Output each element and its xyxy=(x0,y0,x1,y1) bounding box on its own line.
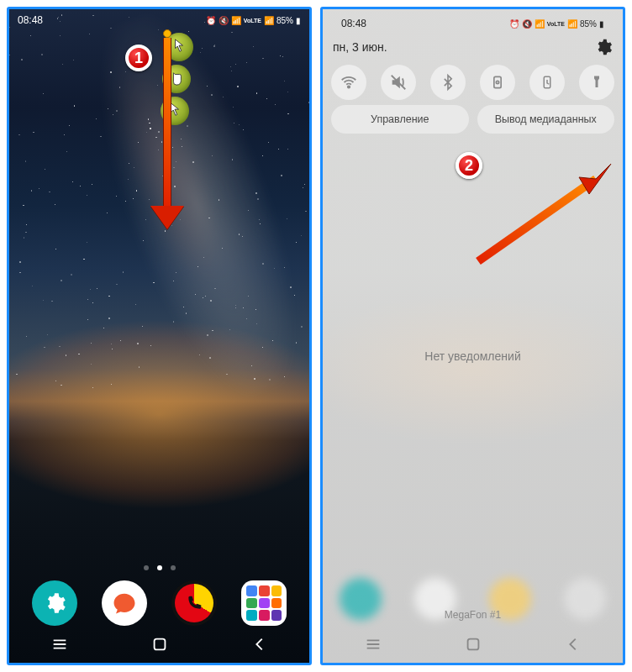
annotation-badge-1: 1 xyxy=(125,45,152,71)
battery-label: 85% xyxy=(276,16,293,25)
status-icons: ⏰ 🔇 📶 VoLTE 📶 85% ▮ xyxy=(509,19,604,29)
svg-rect-2 xyxy=(494,76,501,87)
phone-right-notification-shade: 08:48 ⏰ 🔇 📶 VoLTE 📶 85% ▮ пн, 3 июн. xyxy=(320,7,625,665)
mute-icon: 🔇 xyxy=(522,19,532,29)
no-notifications-label: Нет уведомлений xyxy=(323,349,623,363)
settings-gear-icon[interactable] xyxy=(594,38,613,56)
battery-icon: ▮ xyxy=(296,16,301,25)
qs-wifi[interactable] xyxy=(331,65,366,100)
nav-recent[interactable] xyxy=(50,635,69,657)
signal2-icon: 📶 xyxy=(264,16,274,25)
volte-label: VoLTE xyxy=(547,21,565,27)
status-time: 08:48 xyxy=(341,18,366,29)
panel-row: Управление Вывод медиаданных xyxy=(323,105,623,137)
app-settings[interactable] xyxy=(32,580,77,626)
alarm-icon: ⏰ xyxy=(206,16,216,25)
annotation-arrow-2 xyxy=(470,160,621,270)
panel-media[interactable]: Вывод медиаданных xyxy=(477,105,615,134)
app-phone[interactable] xyxy=(171,580,217,626)
nav-recent[interactable] xyxy=(364,635,382,657)
status-icons: ⏰ 🔇 📶 VoLTE 📶 85% ▮ xyxy=(206,16,301,25)
qs-bluetooth[interactable] xyxy=(430,65,466,100)
battery-icon: ▮ xyxy=(599,19,604,29)
signal2-icon: 📶 xyxy=(567,19,577,29)
nav-home[interactable] xyxy=(464,635,482,657)
svg-point-1 xyxy=(348,86,350,87)
nav-home[interactable] xyxy=(150,635,169,657)
dock xyxy=(9,580,309,626)
quick-settings-row xyxy=(323,61,623,105)
qs-sound[interactable] xyxy=(381,65,416,100)
battery-label: 85% xyxy=(580,19,597,29)
navigation-bar xyxy=(323,629,623,663)
panel-control[interactable]: Управление xyxy=(331,105,469,134)
status-bar: 08:48 ⏰ 🔇 📶 VoLTE 📶 85% ▮ xyxy=(333,13,613,34)
signal-icon: 📶 xyxy=(535,19,545,29)
qs-power-saving[interactable] xyxy=(529,65,565,100)
nav-back[interactable] xyxy=(250,635,269,657)
alarm-icon: ⏰ xyxy=(509,19,519,29)
navigation-bar xyxy=(9,629,309,663)
sim-label: MegaFon #1 xyxy=(323,609,623,621)
svg-rect-0 xyxy=(154,639,165,650)
qs-rotation[interactable] xyxy=(480,65,515,100)
status-bar: 08:48 ⏰ 🔇 📶 VoLTE 📶 85% ▮ xyxy=(9,9,309,31)
qs-flashlight[interactable] xyxy=(579,65,614,100)
signal-icon: 📶 xyxy=(231,16,241,25)
annotation-swipe-down-arrow xyxy=(150,29,184,229)
mute-icon: 🔇 xyxy=(219,16,229,25)
nav-back[interactable] xyxy=(564,635,582,657)
app-drawer[interactable] xyxy=(241,580,287,626)
phone-left-homescreen: 08:48 ⏰ 🔇 📶 VoLTE 📶 85% ▮ 1 xyxy=(7,7,312,665)
annotation-badge-2: 2 xyxy=(456,152,482,179)
date-label: пн, 3 июн. xyxy=(333,40,387,54)
volte-label: VoLTE xyxy=(244,18,261,24)
status-time: 08:48 xyxy=(18,14,43,26)
app-messages[interactable] xyxy=(102,580,147,626)
page-indicator[interactable] xyxy=(9,565,309,570)
svg-rect-6 xyxy=(467,639,478,650)
svg-point-3 xyxy=(496,81,498,83)
